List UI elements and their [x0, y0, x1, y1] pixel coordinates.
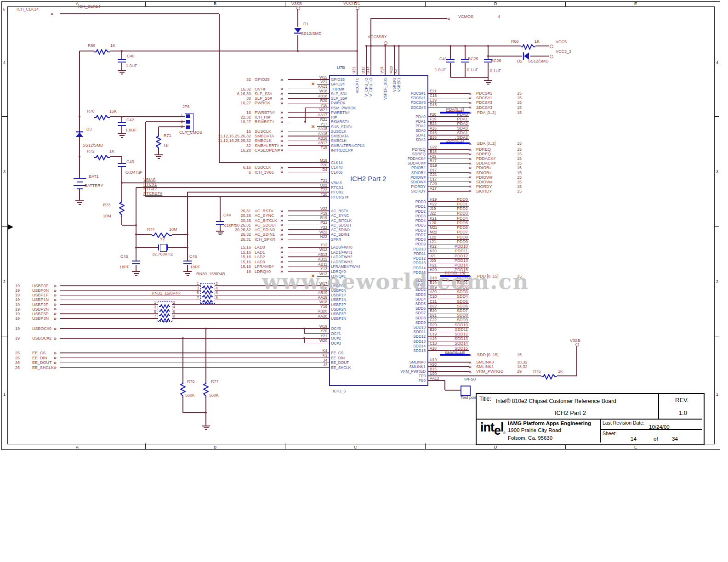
sheet-of: of	[654, 436, 658, 442]
sheet-refs: 20,26,32	[235, 228, 251, 232]
chip-pin-name: CLK48	[331, 165, 342, 169]
chip-pin-number: F19	[430, 117, 436, 121]
ground-icon	[118, 70, 126, 71]
ground-icon	[204, 427, 209, 428]
signal-name: AC_BITCLK	[255, 219, 277, 223]
signal-name: USBP2N	[32, 307, 49, 312]
date-label: Last Revision Date:	[603, 420, 644, 426]
chip-pin-name: PDD14	[413, 266, 426, 270]
ref-r74: R74	[147, 227, 155, 232]
signal-name: PDIOR#	[476, 166, 492, 170]
ground-icon	[154, 154, 163, 155]
bus-flag-label: SDD [0..15]	[477, 353, 499, 357]
chip-pin-name: PDREQ	[412, 148, 426, 151]
sheet-refs: 16,27	[240, 120, 251, 124]
signal-name: EE_DIN	[32, 356, 47, 360]
signal-name: SLP_S5#	[255, 97, 272, 101]
chip-pin-number: V22	[320, 207, 327, 210]
chip-pin-number: B15	[430, 367, 437, 371]
ref-d2: D2	[517, 59, 523, 63]
chip-pin-number: AB16	[318, 136, 327, 140]
chip-pin-number: AB18	[318, 94, 327, 98]
net-label: PDD7	[457, 230, 468, 234]
chip-pin-name: PDD10	[413, 247, 426, 251]
chip-pin-name: USBP3N	[331, 317, 346, 320]
chip-ref: U7B	[337, 66, 345, 70]
signal-name: EE_SHCLK	[32, 366, 54, 370]
wire	[136, 187, 136, 261]
capacitor-icon	[118, 122, 126, 123]
chip-pin-name: SDDACK#	[408, 161, 426, 165]
grid-number-right: 1	[716, 392, 718, 397]
chip-pin-number: AB13	[318, 253, 327, 256]
sheet-refs: 6,16	[243, 165, 251, 170]
signal-name: SDREQ	[476, 152, 491, 156]
battery-plate	[74, 185, 86, 186]
chip-pin-number: H22	[430, 202, 437, 206]
ref-c45: C45	[120, 255, 128, 259]
chip-pin-name: INTRUDER#	[331, 148, 353, 152]
ground-icon	[187, 275, 189, 276]
rn-pin-number: 7	[154, 314, 156, 318]
capacitor-icon	[461, 59, 469, 60]
wire	[182, 338, 183, 381]
signal-name: SDIOR#	[476, 171, 492, 175]
wire	[576, 346, 577, 376]
chip-pin-name: PDD4	[415, 219, 426, 222]
pwr-vcc5: VCC5	[556, 40, 567, 44]
ground-icon	[156, 156, 161, 157]
chip-pin-number: T20	[321, 193, 327, 196]
ref-r69: R69	[88, 44, 96, 48]
wire	[79, 51, 80, 178]
signal-name: SMBDATA	[255, 134, 274, 138]
ground-icon	[118, 133, 126, 134]
chip-pin-number: D4	[322, 168, 327, 171]
grid-number-right: 3	[716, 170, 718, 174]
signal-name: CASEOPEN#	[255, 148, 280, 153]
sheet-refs: 20,26	[240, 214, 251, 218]
sheet-refs: 30	[246, 97, 251, 101]
sheet-refs: 15	[517, 176, 522, 180]
chip-pin-number: Y19	[320, 305, 327, 308]
chip-pin-name: PDD0	[415, 200, 426, 204]
chip-pin-name: SLP_S5#	[331, 97, 347, 100]
ref-rn31: RN31 15/8P4R	[152, 291, 181, 295]
wire	[219, 14, 219, 163]
chip-pin-name: PIORDY	[411, 185, 426, 188]
chip-pin-number: AA12	[430, 376, 439, 380]
border-arrow-icon	[8, 223, 13, 232]
chip-pin-name: SDIOR#	[411, 171, 426, 175]
chip-pin-number: K4	[323, 349, 327, 352]
pwr-v3sb-right: V3SB	[570, 339, 580, 343]
chip-pin-name: GPIO24	[331, 82, 345, 86]
chip-pin-name: SDD11	[414, 330, 426, 334]
chip-pin-name: PDD3	[415, 214, 426, 218]
resistor-icon	[180, 381, 186, 400]
signal-name: VRM_PWRGD	[476, 369, 504, 374]
chip-pin-name: SUSCLK	[331, 130, 346, 133]
chip-pin-number: H19	[430, 198, 437, 201]
wire	[427, 191, 469, 191]
signal-name: USBP3N	[32, 317, 49, 321]
ref-bc26: BC26	[491, 59, 501, 63]
wire	[220, 225, 220, 231]
net-label: PDD13	[455, 259, 468, 263]
chip-top-pin-name: V_CPU_IO	[364, 78, 368, 114]
chip-pin-number: U19	[430, 358, 437, 362]
chip-pin-number: T22	[321, 188, 327, 192]
chip-pin-name: SDIOW#	[410, 180, 426, 184]
signal-name: AC_RST#	[255, 209, 273, 213]
junction-dot	[304, 121, 306, 123]
wire	[427, 375, 541, 376]
chip-pin-number: J22	[430, 211, 436, 215]
net-label: PDD3	[457, 211, 468, 216]
wire	[445, 390, 461, 390]
chip-top-pin-number: U21	[352, 53, 356, 74]
chip-pin-number: F22	[430, 154, 436, 158]
ref-c42: C42	[126, 118, 134, 122]
chip-pin-name: SDD9	[415, 321, 426, 324]
ref-d1: D1	[303, 22, 309, 26]
wire	[317, 276, 329, 277]
wire	[122, 182, 329, 183]
wire	[136, 247, 158, 248]
